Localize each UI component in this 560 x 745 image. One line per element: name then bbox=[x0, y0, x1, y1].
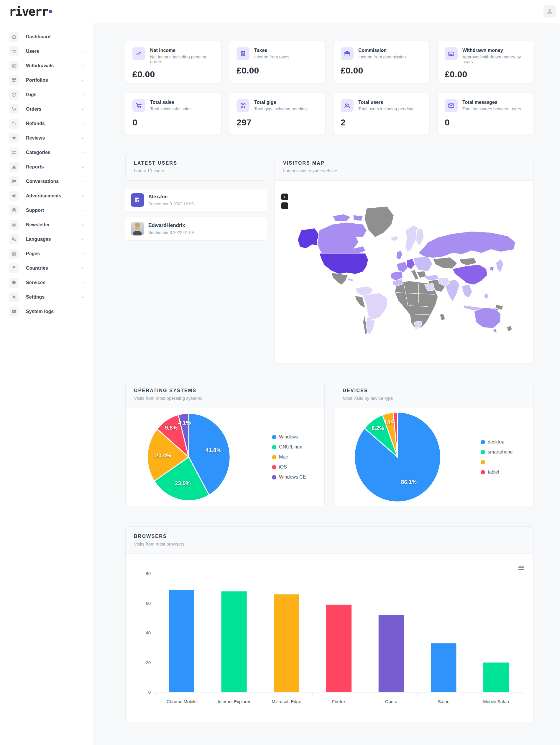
devices-title: DEVICES bbox=[343, 388, 525, 393]
app-root: riverr DashboardUsersWithdrawalsPortfoli… bbox=[0, 0, 560, 745]
gridplus-icon bbox=[237, 99, 249, 112]
visitors-world-map[interactable] bbox=[283, 186, 525, 352]
warning-icon bbox=[9, 162, 19, 172]
profile-avatar-button[interactable] bbox=[544, 5, 556, 18]
charts-section: OPERATING SYSTEMS Visits from most opera… bbox=[125, 381, 533, 506]
middle-section: LATEST USERS Latest 10 users AlexJoe Sep… bbox=[125, 153, 533, 364]
user-name: AlexJoe bbox=[148, 194, 194, 200]
trend-icon bbox=[132, 47, 145, 60]
user-row-edwardhendrix[interactable]: EdwardHendrix September 3 2022 01:09 bbox=[125, 217, 267, 240]
legend-item-tablet[interactable]: tablet bbox=[481, 467, 513, 477]
sidebar-item-users[interactable]: Users bbox=[0, 44, 93, 58]
sidebar-item-gigs[interactable]: Gigs bbox=[0, 87, 93, 102]
user-row-alexjoe[interactable]: AlexJoe September 9 2022 12:09 bbox=[125, 189, 267, 212]
legend-item-smartphone[interactable]: smartphone bbox=[481, 447, 513, 457]
sidebar-item-languages[interactable]: Languages bbox=[0, 232, 93, 246]
map-canada bbox=[317, 223, 366, 254]
stat-subtitle: Total users including pending bbox=[358, 106, 414, 111]
legend-item-desktop[interactable]: desktop bbox=[481, 437, 513, 447]
flag-icon bbox=[9, 263, 19, 273]
sidebar-item-withdrawals[interactable]: Withdrawals bbox=[0, 58, 93, 73]
stat-subtitle: Approved withdrawn money by users bbox=[462, 55, 526, 64]
browsers-bar-chart[interactable]: 020406080Chrome MobileInternet ExplorerM… bbox=[129, 558, 530, 717]
avatar bbox=[131, 193, 144, 207]
svg-text:Opera: Opera bbox=[385, 699, 397, 704]
legend-item-2[interactable] bbox=[481, 457, 513, 467]
main-area: Net income Net income including pending … bbox=[93, 0, 560, 745]
brand-logo-text: riverr bbox=[9, 5, 48, 18]
at-icon bbox=[9, 220, 19, 230]
legend-item-mac[interactable]: Mac bbox=[272, 452, 306, 462]
devices-header: DEVICES Most visits by device type bbox=[335, 381, 533, 408]
stat-card-taxes: Taxes Income from taxes £0.00 bbox=[230, 41, 325, 83]
cube-icon bbox=[9, 90, 19, 100]
chat-icon bbox=[9, 176, 19, 187]
sidebar-item-label: Refunds bbox=[26, 121, 80, 126]
sidebar-item-settings[interactable]: Settings bbox=[0, 290, 93, 304]
visitors-map-title: VISITORS MAP bbox=[283, 161, 525, 166]
chart-menu-icon[interactable] bbox=[518, 565, 524, 571]
stat-title: Total sales bbox=[150, 100, 191, 105]
stat-title: Total users bbox=[358, 100, 414, 105]
browsers-subtitle: Visits from most browsers bbox=[134, 542, 525, 546]
operating-systems-pie[interactable]: 41.8%23.9%20.4%9.8%4.1% bbox=[139, 410, 239, 504]
mail-icon bbox=[445, 99, 458, 112]
map-australia bbox=[474, 307, 501, 328]
sidebar-item-pages[interactable]: Pages bbox=[0, 246, 93, 261]
svg-text:20: 20 bbox=[146, 660, 151, 665]
sidebar-item-label: Categories bbox=[26, 150, 80, 155]
stat-card-commission: Commission Income from commission £0.00 bbox=[334, 41, 429, 83]
sidebar-item-newsletter[interactable]: Newsletter bbox=[0, 218, 93, 232]
sidebar-item-refunds[interactable]: Refunds bbox=[0, 116, 93, 131]
operating-systems-chart: 41.8%23.9%20.4%9.8%4.1% WindowsGNU/Linux… bbox=[126, 408, 324, 506]
sidebar-item-categories[interactable]: Categories bbox=[0, 145, 93, 160]
chevron-down-icon bbox=[80, 266, 84, 270]
chevron-down-icon bbox=[80, 194, 84, 198]
sidebar-item-advertisements[interactable]: Advertisements bbox=[0, 189, 93, 203]
sidebar-item-dashboard[interactable]: Dashboard bbox=[0, 30, 93, 44]
devices-legend: desktopsmartphonetablet bbox=[481, 437, 513, 477]
sidebar-item-countries[interactable]: Countries bbox=[0, 261, 93, 275]
stat-card-total-users: Total users Total users including pendin… bbox=[334, 93, 429, 134]
legend-item-gnu-linux[interactable]: GNU/Linux bbox=[272, 442, 306, 452]
megaphone-icon bbox=[9, 191, 19, 201]
brand-logo-dot bbox=[49, 10, 52, 13]
legend-dot bbox=[272, 445, 276, 449]
stat-value: 2 bbox=[341, 118, 422, 127]
sidebar-item-label: Support bbox=[26, 208, 80, 213]
stat-card-total-sales: Total sales Total successful sales 0 bbox=[125, 93, 221, 134]
brand-logo[interactable]: riverr bbox=[0, 0, 93, 23]
stat-card-total-gigs: Total gigs Total gigs including pending … bbox=[230, 93, 325, 134]
latest-users-column: LATEST USERS Latest 10 users AlexJoe Sep… bbox=[125, 153, 267, 240]
chevron-down-icon bbox=[80, 107, 84, 111]
legend-label: Windows CE bbox=[279, 475, 306, 480]
svg-text:80: 80 bbox=[146, 571, 151, 576]
legend-item-windows[interactable]: Windows bbox=[272, 432, 306, 442]
legend-item-windows-ce[interactable]: Windows CE bbox=[272, 472, 306, 482]
sidebar-item-conversations[interactable]: Conversations bbox=[0, 174, 93, 189]
map-alaska bbox=[298, 228, 319, 249]
sidebar-item-support[interactable]: Support bbox=[0, 203, 93, 218]
legend-dot bbox=[481, 460, 485, 464]
devices-chart: 86.1%8.2%4.1% desktopsmartphonetablet bbox=[335, 408, 533, 506]
chevron-down-icon bbox=[80, 295, 84, 299]
sidebar-item-system-logs[interactable]: System logs bbox=[0, 304, 93, 319]
legend-dot bbox=[481, 470, 485, 475]
columns-icon bbox=[9, 75, 19, 85]
stat-subtitle: Net income including pending orders bbox=[150, 55, 214, 64]
sidebar-item-reviews[interactable]: Reviews bbox=[0, 131, 93, 145]
legend-item-ios[interactable]: iOS bbox=[272, 462, 306, 472]
person-icon bbox=[545, 6, 554, 17]
svg-text:Mobile Safari: Mobile Safari bbox=[483, 699, 509, 704]
sidebar-item-services[interactable]: Services bbox=[0, 275, 93, 290]
doc-icon bbox=[9, 249, 19, 259]
sidebar-item-portfolios[interactable]: Portfolios bbox=[0, 73, 93, 87]
sidebar-item-label: Dashboard bbox=[26, 34, 84, 39]
chevron-down-icon bbox=[80, 252, 84, 256]
latest-users-header: LATEST USERS Latest 10 users bbox=[125, 153, 267, 181]
top-header bbox=[93, 0, 560, 23]
devices-pie[interactable]: 86.1%8.2%4.1% bbox=[347, 410, 448, 504]
legend-label: tablet bbox=[488, 469, 499, 475]
sidebar-item-reports[interactable]: Reports bbox=[0, 160, 93, 174]
sidebar-item-orders[interactable]: Orders bbox=[0, 102, 93, 116]
